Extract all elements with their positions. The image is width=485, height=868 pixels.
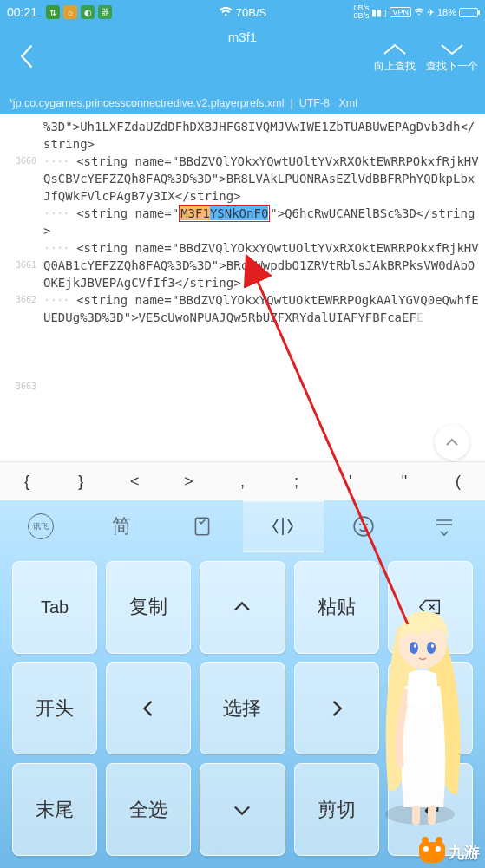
- find-prev-label: 向上查找: [374, 59, 416, 74]
- key-tab[interactable]: Tab: [12, 561, 97, 654]
- code-text: <string name=": [69, 206, 179, 220]
- key-right[interactable]: [294, 662, 379, 755]
- sym-key[interactable]: ;: [270, 473, 324, 491]
- svg-point-1: [354, 517, 373, 536]
- key-cut[interactable]: 剪切: [294, 763, 379, 856]
- cursor-mode-button[interactable]: [243, 500, 324, 552]
- keyboard-toolbar: 讯飞 简: [0, 500, 485, 552]
- symbol-row: { } < > , ; ' " (: [0, 461, 485, 501]
- find-next-label: 查找下一个: [426, 59, 478, 74]
- key-del[interactable]: Del: [388, 662, 473, 755]
- battery-pct: 18%: [437, 7, 456, 17]
- find-prev-button[interactable]: 向上查找: [374, 42, 416, 74]
- key-select-all[interactable]: 全选: [106, 763, 191, 856]
- file-type: Xml: [338, 97, 357, 109]
- line-gutter: 3660 3661 3662 3663: [0, 114, 42, 461]
- code-editor[interactable]: 3660 3661 3662 3663 %3D">Uh1LXFZdaUZdDFh…: [0, 114, 485, 461]
- code-text: <string name="BBdZVQlYOkxYQwtUOltYVxRXOk…: [43, 241, 479, 290]
- key-down[interactable]: [200, 763, 285, 856]
- key-end[interactable]: 末尾: [12, 763, 97, 856]
- code-content[interactable]: %3D">Uh1LXFZdaUZdDFhDXBJHFG8IVQMJVwIWE1Z…: [42, 114, 485, 461]
- code-text: %3D">Uh1LXFZdaUZdDFhDXBJHFG8IVQMJVwIWE1Z…: [43, 120, 475, 151]
- status-app-icon: ⇅: [46, 5, 60, 19]
- key-home[interactable]: 开头: [12, 662, 97, 755]
- svg-point-2: [359, 524, 361, 525]
- status-time: 00:21: [7, 5, 37, 19]
- header-title: m3f1: [228, 29, 257, 44]
- key-copy[interactable]: 复制: [106, 561, 191, 654]
- scroll-top-button[interactable]: [435, 425, 469, 460]
- file-info-bar: *jp.co.cygames.princessconnectredive.v2.…: [0, 94, 485, 114]
- sym-key[interactable]: ': [324, 473, 377, 491]
- key-select[interactable]: 选择: [200, 662, 285, 755]
- emoji-button[interactable]: [324, 500, 404, 552]
- key-left[interactable]: [106, 662, 191, 755]
- sym-key[interactable]: ,: [215, 473, 269, 491]
- airplane-icon: ✈: [427, 7, 435, 18]
- clipboard-button[interactable]: [161, 500, 242, 552]
- file-encoding: UTF-8: [299, 97, 330, 109]
- file-name: *jp.co.cygames.princessconnectredive.v2.…: [9, 97, 285, 109]
- key-up[interactable]: [200, 561, 285, 654]
- whitespace-marker: ····: [43, 293, 69, 307]
- status-bar: 00:21 ⇅ ☼ ◐ 器 70B/S 0B/s 0B/s ▮▮▯ VPN ✈ …: [0, 0, 485, 24]
- battery-icon: [459, 8, 478, 17]
- watermark-logo-icon: [419, 842, 445, 863]
- ime-logo-button[interactable]: 讯飞: [0, 500, 81, 552]
- sym-key[interactable]: >: [161, 473, 215, 491]
- ime-simp-button[interactable]: 简: [81, 500, 161, 552]
- svg-point-3: [366, 524, 368, 525]
- line-number: 3662: [0, 291, 36, 309]
- wifi-icon: [219, 7, 233, 17]
- find-next-button[interactable]: 查找下一个: [426, 42, 478, 74]
- sym-key[interactable]: }: [54, 473, 108, 491]
- search-match-tail: YSNkOnF0: [210, 206, 268, 220]
- vpn-badge: VPN: [390, 7, 411, 17]
- app-header: m3f1 向上查找 查找下一个: [0, 24, 485, 94]
- code-text: E: [416, 310, 423, 324]
- sym-key[interactable]: {: [0, 473, 54, 491]
- sym-key[interactable]: <: [108, 473, 161, 491]
- whitespace-marker: ····: [43, 154, 69, 168]
- hide-keyboard-button[interactable]: [404, 500, 485, 552]
- signal-icon: ▮▮▯: [371, 7, 387, 18]
- ime-logo-label: 讯飞: [28, 513, 54, 539]
- whitespace-marker: ····: [43, 241, 69, 255]
- svg-rect-0: [195, 518, 208, 535]
- status-app-icon-4: 器: [98, 5, 112, 19]
- line-number: 3661: [0, 257, 36, 274]
- search-highlight: M3F1YSNkOnF0: [179, 205, 270, 222]
- sym-key[interactable]: (: [431, 473, 485, 491]
- watermark-text: 九游: [449, 842, 480, 863]
- whitespace-marker: ····: [43, 206, 69, 220]
- key-paste[interactable]: 粘贴: [294, 561, 379, 654]
- down-speed: 0B/s: [353, 12, 369, 20]
- net-speed: 70B/S: [236, 6, 266, 19]
- status-app-icon-3: ◐: [81, 5, 95, 19]
- keyboard: 讯飞 简 Tab 复制 粘贴 开头 选择 Del 末尾 全选 剪切: [0, 500, 485, 868]
- line-number: 3663: [0, 378, 36, 395]
- watermark: 九游: [419, 842, 480, 863]
- line-number: 3660: [0, 153, 36, 170]
- code-text: <string name="BBdZVQlYOkxYQwtUOltYVxRXOk…: [43, 154, 479, 203]
- key-backspace[interactable]: [388, 561, 473, 654]
- back-button[interactable]: [10, 41, 42, 78]
- code-text: <string name="BBdZVQlYOkxYQwtUOktEWRRPOg…: [43, 293, 479, 324]
- sym-key[interactable]: ": [377, 473, 431, 491]
- search-match: M3F1: [180, 206, 210, 220]
- wifi-icon-2: [414, 8, 424, 16]
- status-app-icon-2: ☼: [63, 5, 77, 19]
